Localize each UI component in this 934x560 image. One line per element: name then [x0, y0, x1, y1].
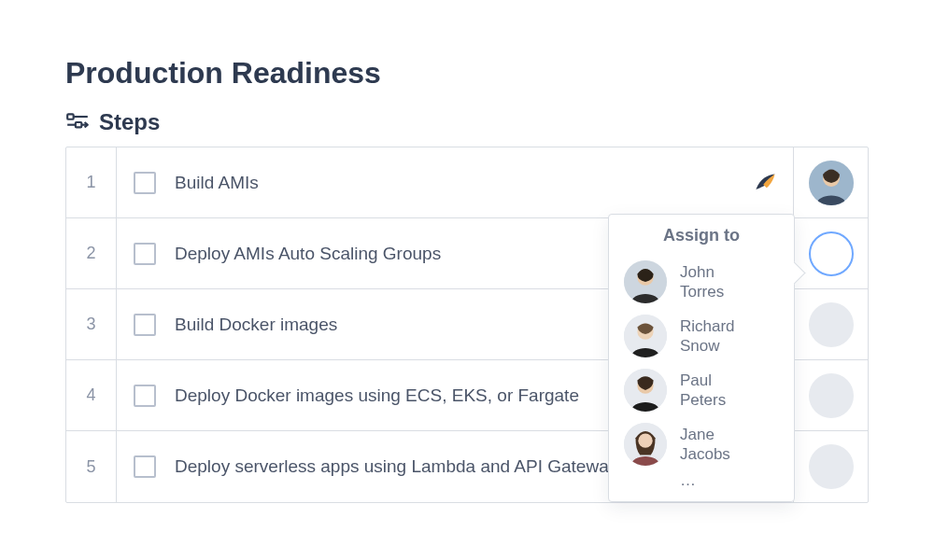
step-label: Deploy AMIs Auto Scaling Groups	[175, 244, 441, 264]
assign-to-popover: Assign to JohnTorres RichardSnow PaulPet…	[608, 214, 795, 502]
person-name: RichardSnow	[680, 316, 735, 357]
steps-icon	[65, 110, 90, 134]
step-row[interactable]: 1 Build AMIs	[66, 147, 868, 218]
step-label: Deploy Docker images using ECS, EKS, or …	[175, 385, 579, 406]
step-checkbox[interactable]	[134, 314, 156, 336]
step-number: 4	[66, 360, 117, 430]
step-checkbox[interactable]	[134, 243, 156, 265]
step-checkbox[interactable]	[134, 172, 156, 194]
step-assignee-cell[interactable]	[793, 431, 868, 502]
avatar-empty[interactable]	[809, 302, 854, 347]
step-label: Deploy serverless apps using Lambda and …	[175, 456, 617, 477]
step-label: Build AMIs	[175, 173, 259, 193]
avatar[interactable]	[809, 161, 854, 205]
step-number: 5	[66, 431, 117, 502]
step-label: Build Docker images	[175, 315, 337, 335]
person-name: PaulPeters	[680, 371, 726, 411]
avatar	[624, 423, 667, 466]
step-assignee-cell[interactable]	[793, 289, 868, 359]
step-checkbox[interactable]	[134, 385, 156, 407]
avatar-empty[interactable]	[809, 444, 854, 489]
step-service-icon	[737, 147, 793, 217]
avatar	[624, 369, 667, 412]
avatar-empty-selected[interactable]	[809, 231, 854, 276]
popover-person[interactable]: RichardSnow	[624, 309, 779, 363]
avatar	[624, 260, 667, 303]
person-name: JaneJacobs	[680, 425, 730, 465]
avatar	[624, 315, 667, 357]
step-number: 2	[66, 218, 117, 288]
popover-person[interactable]: PaulPeters	[624, 363, 779, 417]
page-title: Production Readiness	[65, 56, 869, 91]
popover-more[interactable]: …	[624, 471, 779, 494]
popover-title: Assign to	[624, 226, 779, 245]
step-number: 1	[66, 147, 117, 217]
svg-rect-2	[76, 122, 82, 127]
avatar-empty[interactable]	[809, 373, 854, 418]
person-name: JohnTorres	[680, 262, 724, 302]
section-title: Steps	[99, 109, 160, 135]
popover-person[interactable]: JohnTorres	[624, 255, 779, 309]
step-checkbox[interactable]	[134, 455, 156, 478]
step-assignee-cell[interactable]	[793, 218, 868, 288]
bird-icon	[752, 170, 778, 196]
svg-point-15	[638, 434, 652, 448]
step-number: 3	[66, 289, 117, 359]
popover-person[interactable]: JaneJacobs	[624, 417, 779, 471]
svg-rect-0	[67, 114, 74, 119]
step-assignee-cell[interactable]	[793, 147, 868, 217]
step-assignee-cell[interactable]	[793, 360, 868, 430]
section-header: Steps	[65, 109, 869, 135]
